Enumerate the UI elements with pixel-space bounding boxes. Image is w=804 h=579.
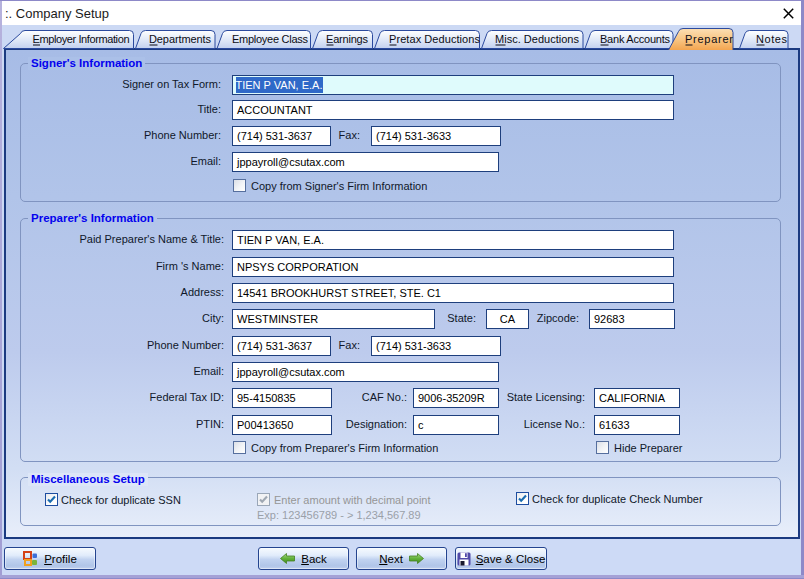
svg-text:Pretax Deductions: Pretax Deductions: [389, 33, 481, 45]
svg-text:Notes: Notes: [756, 33, 788, 45]
svg-text:Departments: Departments: [149, 33, 212, 45]
svg-text:Employee Class: Employee Class: [232, 33, 309, 45]
svg-text:Employer Information: Employer Information: [33, 33, 130, 45]
svg-text:Bank Accounts: Bank Accounts: [600, 33, 671, 45]
svg-text:Misc. Deductions: Misc. Deductions: [495, 33, 580, 45]
svg-text:Preparer: Preparer: [685, 33, 733, 45]
svg-text:Earnings: Earnings: [326, 33, 369, 45]
